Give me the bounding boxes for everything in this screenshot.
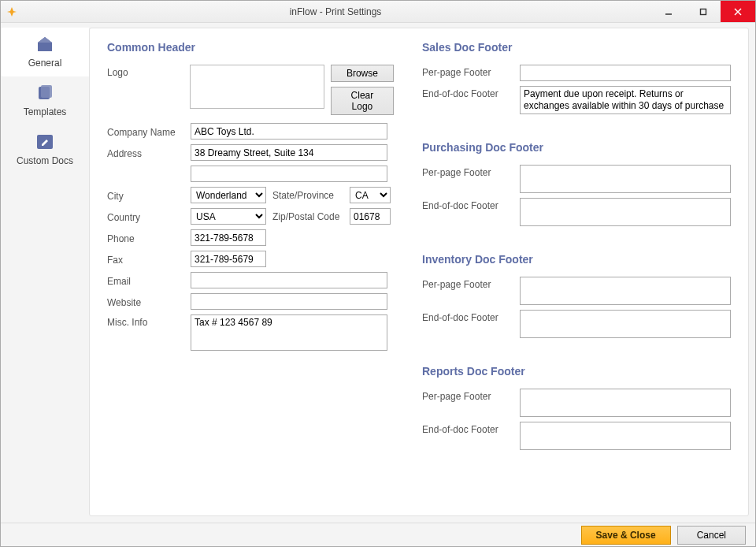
sales-end-label: End-of-doc Footer	[422, 86, 513, 99]
address1-input[interactable]	[191, 144, 387, 161]
templates-icon	[34, 83, 56, 103]
reports-end-label: End-of-doc Footer	[422, 422, 513, 435]
purchasing-perpage-label: Per-page Footer	[422, 165, 513, 178]
window-titlebar: inFlow - Print Settings	[1, 1, 755, 23]
zip-input[interactable]	[350, 208, 391, 225]
save-close-button[interactable]: Save & Close	[581, 526, 671, 545]
sidebar-item-general[interactable]: General	[1, 28, 89, 76]
pencil-icon	[34, 132, 56, 152]
reports-end-input[interactable]	[520, 422, 731, 450]
sidebar-item-label: General	[28, 58, 62, 69]
inventory-footer-heading: Inventory Doc Footer	[422, 253, 731, 266]
svg-rect-1	[701, 9, 706, 14]
window-title: inFlow - Print Settings	[20, 6, 651, 17]
app-icon	[4, 6, 20, 17]
website-label: Website	[107, 295, 184, 308]
maximize-button[interactable]	[686, 1, 721, 22]
website-input[interactable]	[191, 293, 387, 310]
window-buttons	[651, 1, 755, 22]
misc-info-label: Misc. Info	[107, 314, 184, 328]
clear-logo-button[interactable]: Clear Logo	[331, 87, 394, 115]
reports-perpage-input[interactable]	[520, 389, 731, 417]
country-select[interactable]: USA	[191, 208, 266, 225]
state-label: State/Province	[272, 190, 343, 201]
country-label: Country	[107, 210, 184, 223]
purchasing-footer-heading: Purchasing Doc Footer	[422, 141, 731, 154]
close-button[interactable]	[721, 1, 755, 22]
home-icon	[34, 34, 56, 54]
reports-footer-heading: Reports Doc Footer	[422, 365, 731, 378]
common-header-heading: Common Header	[107, 41, 394, 54]
sales-footer-heading: Sales Doc Footer	[422, 41, 731, 54]
state-select[interactable]: CA	[350, 187, 391, 203]
email-label: Email	[107, 274, 184, 287]
cancel-button[interactable]: Cancel	[677, 526, 746, 545]
zip-label: Zip/Postal Code	[272, 211, 343, 222]
address2-input[interactable]	[191, 166, 387, 182]
browse-button[interactable]: Browse	[331, 65, 394, 82]
fax-input[interactable]	[191, 251, 266, 267]
company-name-label: Company Name	[107, 125, 184, 138]
inventory-end-input[interactable]	[520, 310, 731, 338]
logo-preview	[190, 65, 324, 109]
phone-input[interactable]	[191, 229, 266, 246]
sidebar-item-label: Custom Docs	[17, 155, 73, 166]
content-panel: Common Header Logo Browse Clear Logo Com…	[89, 28, 749, 516]
address-label: Address	[107, 146, 184, 159]
minimize-button[interactable]	[651, 1, 686, 22]
logo-label: Logo	[107, 65, 183, 78]
phone-label: Phone	[107, 231, 184, 244]
reports-perpage-label: Per-page Footer	[422, 389, 513, 402]
sales-end-input[interactable]: Payment due upon receipt. Returns or exc…	[520, 86, 731, 114]
dialog-footer: Save & Close Cancel	[1, 523, 755, 546]
fax-label: Fax	[107, 252, 184, 266]
city-select[interactable]: Wonderland	[191, 187, 266, 203]
inventory-perpage-input[interactable]	[520, 277, 731, 305]
inventory-end-label: End-of-doc Footer	[422, 310, 513, 323]
sales-perpage-input[interactable]	[520, 65, 731, 81]
sidebar-item-custom-docs[interactable]: Custom Docs	[1, 125, 89, 174]
purchasing-perpage-input[interactable]	[520, 165, 731, 193]
email-input[interactable]	[191, 272, 387, 288]
inventory-perpage-label: Per-page Footer	[422, 277, 513, 290]
sales-perpage-label: Per-page Footer	[422, 65, 513, 78]
sidebar-item-templates[interactable]: Templates	[1, 76, 89, 125]
city-label: City	[107, 188, 184, 202]
misc-info-input[interactable]: Tax # 123 4567 89	[191, 314, 387, 351]
sidebar-item-label: Templates	[24, 106, 67, 117]
company-name-input[interactable]	[191, 123, 387, 140]
purchasing-end-label: End-of-doc Footer	[422, 198, 513, 211]
sidebar: General Templates Custom Docs	[1, 23, 89, 523]
purchasing-end-input[interactable]	[520, 198, 731, 226]
svg-rect-5	[41, 85, 52, 98]
